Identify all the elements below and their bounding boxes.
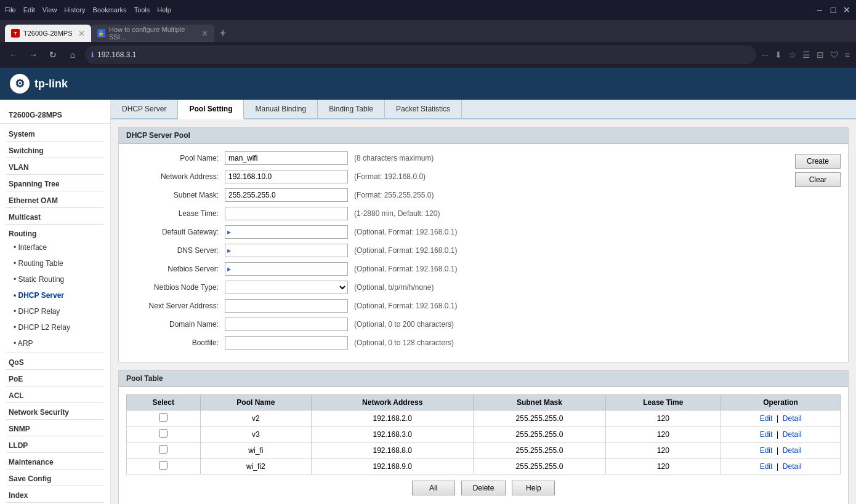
row-select-3[interactable] (127, 458, 201, 474)
tab-binding-table[interactable]: Binding Table (318, 100, 385, 118)
row-edit-3[interactable]: Edit (760, 462, 773, 471)
menu-help[interactable]: Help (157, 6, 171, 14)
delete-button[interactable]: Delete (461, 481, 506, 495)
forward-button[interactable]: → (26, 47, 41, 62)
default-gateway-input[interactable] (225, 225, 348, 239)
tplink-logo-icon: ⚙ (10, 74, 30, 94)
reader-view-icon[interactable]: ⊟ (817, 50, 824, 60)
menu-view[interactable]: View (42, 6, 57, 14)
row-checkbox-0[interactable] (159, 413, 168, 422)
sidebar-item-static-routing[interactable]: • Static Routing (0, 271, 110, 287)
browser-tabbar: T T2600G-28MPS ✕ 🔒 How to configure Mult… (0, 20, 856, 42)
sidebar-item-lldp[interactable]: LLDP (0, 438, 110, 451)
sidebar-item-arp[interactable]: • ARP (0, 335, 110, 351)
create-button[interactable]: Create (795, 154, 841, 169)
dns-server-input[interactable] (225, 244, 348, 257)
menu-tools[interactable]: Tools (134, 6, 150, 14)
sidebar-item-system[interactable]: System (0, 126, 110, 140)
sidebar-item-snmp[interactable]: SNMP (0, 421, 110, 434)
home-button[interactable]: ⌂ (65, 47, 80, 62)
row-edit-0[interactable]: Edit (760, 414, 773, 423)
bootfile-input[interactable] (225, 336, 348, 350)
next-server-input[interactable] (225, 299, 348, 313)
row-detail-0[interactable]: Detail (783, 414, 802, 423)
netbios-server-hint: (Optional, Format: 192.168.0.1) (354, 265, 457, 273)
maximize-button[interactable]: □ (829, 6, 838, 14)
sidebar-item-routing[interactable]: Routing (0, 226, 110, 239)
back-button[interactable]: ← (6, 47, 21, 62)
sidebar-item-routing-table[interactable]: • Routing Table (0, 255, 110, 271)
browser-tab-1[interactable]: T T2600G-28MPS ✕ (5, 25, 91, 42)
synced-tabs-icon[interactable]: ☰ (802, 50, 810, 60)
row-edit-1[interactable]: Edit (760, 430, 773, 439)
sidebar-item-ethernet-oam[interactable]: Ethernet OAM (0, 193, 110, 206)
sidebar-item-multicast[interactable]: Multicast (0, 209, 110, 223)
browser-tab-2[interactable]: 🔒 How to configure Multiple SSI… ✕ (91, 25, 214, 42)
tab-pool-setting[interactable]: Pool Setting (178, 100, 244, 119)
sidebar-item-poe[interactable]: PoE (0, 371, 110, 385)
sidebar-item-maintenance[interactable]: Maintenance (0, 454, 110, 468)
tab-dhcp-server[interactable]: DHCP Server (111, 100, 178, 118)
row-checkbox-2[interactable] (159, 445, 168, 454)
row-select-0[interactable] (127, 410, 201, 426)
tab1-close[interactable]: ✕ (78, 29, 85, 38)
window-controls[interactable]: – □ ✕ (815, 6, 851, 14)
menu-file[interactable]: File (5, 6, 16, 14)
sidebar-item-save-config[interactable]: Save Config (0, 471, 110, 484)
domain-name-input[interactable] (225, 318, 348, 331)
lease-time-row: Lease Time: (1-2880 min, Default: 120) (126, 207, 783, 220)
subnet-mask-input[interactable] (225, 188, 348, 202)
help-button[interactable]: Help (512, 481, 555, 495)
sidebar-item-qos[interactable]: QoS (0, 354, 110, 368)
sidebar-item-network-security[interactable]: Network Security (0, 404, 110, 418)
address-bar[interactable]: ℹ 192.168.3.1 (85, 46, 756, 64)
netbios-node-select[interactable]: b p m h none (225, 281, 348, 294)
row-checkbox-1[interactable] (159, 429, 168, 438)
form-action-buttons: Create Clear (795, 154, 841, 187)
browser-menu[interactable]: File Edit View History Bookmarks Tools H… (5, 6, 171, 14)
more-button[interactable]: ··· (761, 50, 769, 60)
sidebar-item-index[interactable]: Index (0, 487, 110, 501)
row-subnet-mask-3: 255.255.255.0 (474, 458, 605, 474)
domain-name-label: Domain Name: (126, 320, 225, 329)
hamburger-icon[interactable]: ≡ (845, 50, 850, 60)
row-operation-2: Edit | Detail (721, 442, 841, 458)
sidebar-item-dhcp-relay[interactable]: • DHCP Relay (0, 303, 110, 319)
tab2-close[interactable]: ✕ (201, 29, 208, 38)
row-detail-1[interactable]: Detail (783, 430, 802, 439)
menu-bookmarks[interactable]: Bookmarks (93, 6, 127, 14)
sidebar-item-spanning-tree[interactable]: Spanning Tree (0, 176, 110, 190)
row-edit-2[interactable]: Edit (760, 446, 773, 455)
pocket-icon[interactable]: ⬇ (775, 50, 782, 60)
star-icon[interactable]: ☆ (788, 50, 796, 60)
sidebar-item-dhcp-l2-relay[interactable]: • DHCP L2 Relay (0, 319, 110, 335)
tab-manual-binding[interactable]: Manual Binding (244, 100, 318, 118)
row-detail-2[interactable]: Detail (783, 446, 802, 455)
tab1-label: T2600G-28MPS (23, 30, 72, 37)
all-button[interactable]: All (412, 481, 455, 495)
clear-button[interactable]: Clear (795, 172, 841, 187)
menu-history[interactable]: History (64, 6, 85, 14)
lease-time-input[interactable] (225, 207, 348, 220)
row-detail-3[interactable]: Detail (783, 462, 802, 471)
new-tab-button[interactable]: + (214, 25, 232, 42)
netbios-server-input[interactable] (225, 262, 348, 276)
sidebar-item-dhcp-server[interactable]: • DHCP Server (0, 287, 110, 303)
pool-name-input[interactable] (225, 151, 348, 165)
sidebar-item-interface[interactable]: • Interface (0, 239, 110, 255)
reload-button[interactable]: ↻ (46, 47, 60, 62)
col-select: Select (127, 395, 201, 410)
tab-packet-statistics[interactable]: Packet Statistics (385, 100, 462, 118)
main-content: DHCP Server Pool Setting Manual Binding … (111, 100, 856, 504)
sidebar-item-vlan[interactable]: VLAN (0, 159, 110, 173)
shield-icon[interactable]: 🛡 (830, 50, 839, 60)
row-checkbox-3[interactable] (159, 461, 168, 470)
sidebar-item-acl[interactable]: ACL (0, 388, 110, 401)
row-select-2[interactable] (127, 442, 201, 458)
sidebar-item-switching[interactable]: Switching (0, 143, 110, 156)
row-select-1[interactable] (127, 426, 201, 442)
menu-edit[interactable]: Edit (23, 6, 35, 14)
minimize-button[interactable]: – (815, 6, 824, 14)
close-button[interactable]: ✕ (842, 6, 851, 14)
network-address-input[interactable] (225, 170, 348, 183)
